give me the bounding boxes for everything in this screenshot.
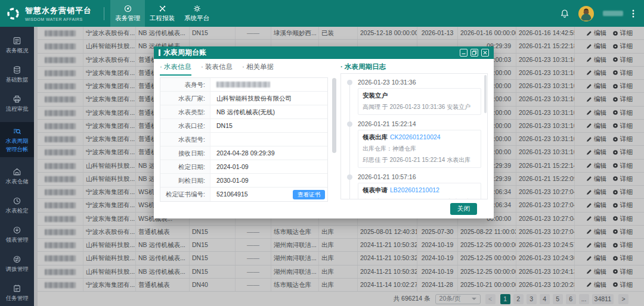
- modal-window-buttons: [460, 49, 489, 57]
- sidebar-item[interactable]: 水表仓储: [0, 166, 34, 186]
- form-label: 接收日期:: [160, 146, 210, 160]
- cycle-log-panel: · 水表周期日志 2026-01-23 10:31:36安装立户高闻理 于 20…: [340, 63, 488, 199]
- bell-icon[interactable]: [560, 9, 569, 18]
- sidebar-item[interactable]: 调拨管理: [0, 253, 34, 274]
- minimize-button[interactable]: [460, 49, 467, 57]
- database-icon: [13, 65, 21, 74]
- form-label: 表身号:: [160, 78, 210, 91]
- log-card-line: 邱思佳 于 2026-01-21 10:57:16 申请领表: [363, 198, 476, 199]
- sidebar-item-label: 水表检定: [6, 207, 29, 214]
- timeline-dot-icon: [347, 121, 352, 127]
- approval-icon: [13, 95, 21, 104]
- title-bar-accent: [159, 49, 160, 56]
- top-nav: 表务管理工程报装系统平台: [110, 0, 214, 27]
- log-action-name: 安装立户: [363, 92, 388, 99]
- header-right: [560, 6, 644, 21]
- report-icon: [13, 36, 21, 45]
- sidebar-item[interactable]: 基础数据: [0, 64, 34, 85]
- form-value: 2030-01-09: [210, 174, 327, 187]
- meter-icon: [124, 5, 132, 13]
- meter-cycle-modal: 水表周期台账 · 水表信息· 装表信息· 相关单据 表身号:水表厂家:山科智能科…: [154, 46, 494, 218]
- form-label: 水表类型:: [160, 105, 210, 118]
- form-value: [210, 78, 327, 91]
- sidebar-item[interactable]: 流程审批: [0, 93, 34, 114]
- form-value: NB 远传机械表(无线): [210, 105, 327, 118]
- form-value: 2024-04-28 09:29:39: [210, 146, 327, 160]
- verify-icon: [13, 196, 21, 205]
- close-button[interactable]: [481, 49, 489, 57]
- log-card-line: 邱思佳 于 2026-01-21 15:22:14 水表出库: [363, 156, 476, 164]
- sidebar-item-label: 任务管理: [6, 295, 29, 301]
- form-row: 水表厂家:山科智能科技股份有限公司: [160, 92, 327, 105]
- sidebar-item[interactable]: 领表管理: [0, 224, 34, 245]
- timeline-dot-icon: [347, 174, 352, 180]
- restore-button[interactable]: [470, 49, 478, 57]
- form-label: 水表型号:: [160, 133, 210, 146]
- sidebar-item-label: 调拨管理: [6, 266, 29, 272]
- form-label: 到检日期:: [160, 174, 210, 187]
- top-nav-item[interactable]: 表务管理: [110, 0, 145, 27]
- modal-body: · 水表信息· 装表信息· 相关单据 表身号:水表厂家:山科智能科技股份有限公司…: [154, 59, 494, 203]
- log-card: 领表出库CK202601210024出库仓库：神通仓库邱思佳 于 2026-01…: [358, 130, 481, 168]
- form-label: 检定证书编号:: [160, 188, 210, 201]
- top-header: 智慧水务营销平台 WISDOM WATER AFFAIRS 表务管理工程报装系统…: [0, 0, 644, 27]
- top-nav-item[interactable]: 系统平台: [179, 0, 214, 27]
- form-label: 检定日期:: [160, 160, 210, 173]
- form-value: 2024-01-09: [210, 160, 327, 173]
- sidebar: 表务概况基础数据流程审批水表周期管理台帐水表仓储水表检定领表管理调拨管理任务管理: [0, 27, 34, 306]
- log-document-link[interactable]: CK202601210024: [390, 133, 441, 140]
- form-value-text: 2030-01-09: [216, 177, 249, 184]
- form-value-text: DN15: [216, 122, 233, 129]
- form-row: 检定日期:2024-01-09: [160, 160, 327, 174]
- form-row: 表身号:: [160, 78, 327, 92]
- modal-header[interactable]: 水表周期台账: [154, 46, 494, 59]
- sidebar-item-label: 领表管理: [6, 236, 29, 243]
- meter-info-form: 表身号:水表厂家:山科智能科技股份有限公司水表类型:NB 远传机械表(无线)水表…: [160, 77, 328, 202]
- log-timeline: 2026-01-23 10:31:36安装立户高闻理 于 2026-01-23 …: [358, 79, 484, 199]
- transfer-icon: [13, 255, 21, 264]
- top-nav-label: 工程报装: [150, 14, 175, 23]
- form-scrollbar[interactable]: [332, 78, 336, 153]
- logo-title: 智慧水务营销平台: [25, 5, 92, 16]
- tools-icon: [159, 5, 166, 13]
- top-nav-label: 表务管理: [115, 14, 140, 23]
- sidebar-item[interactable]: 任务管理: [0, 282, 34, 303]
- more-menu-icon[interactable]: [632, 9, 634, 18]
- log-time: 2026-01-23 10:31:36: [358, 79, 484, 86]
- form-value-text: 山科智能科技股份有限公司: [216, 95, 292, 102]
- view-certificate-button[interactable]: 查看证书: [293, 190, 325, 199]
- form-value: 山科智能科技股份有限公司: [210, 92, 327, 105]
- sidebar-item-label: 基础数据: [6, 76, 29, 83]
- top-nav-item[interactable]: 工程报装: [145, 0, 179, 27]
- avatar[interactable]: [578, 6, 594, 21]
- modal-tab[interactable]: · 装表信息: [201, 63, 233, 76]
- close-icon: [482, 50, 488, 55]
- sidebar-item[interactable]: 水表检定: [0, 195, 34, 216]
- log-card-title: 安装立户: [363, 92, 476, 100]
- log-document-link[interactable]: LB202601210012: [390, 186, 439, 193]
- close-button[interactable]: 关闭: [450, 203, 477, 215]
- sidebar-item-label: 水表仓储: [6, 178, 29, 185]
- timeline-dot-icon: [347, 80, 352, 85]
- log-card-title: 领表申请LB202601210012: [363, 186, 476, 195]
- log-action-name: 领表出库: [363, 133, 388, 140]
- sidebar-item-label: 流程审批: [6, 105, 29, 112]
- sidebar-item[interactable]: 水表周期管理台帐: [0, 122, 34, 157]
- form-row: 到检日期:2030-01-09: [160, 174, 327, 188]
- form-value: 521064915查看证书: [210, 188, 327, 201]
- modal-tab[interactable]: · 水表信息: [160, 63, 191, 76]
- logo-subtitle: WISDOM WATER AFFAIRS: [25, 17, 92, 21]
- sidebar-item[interactable]: 表务概况: [0, 35, 34, 55]
- modal-tabs: · 水表信息· 装表信息· 相关单据: [160, 63, 328, 76]
- form-value-text: 521064915: [216, 191, 248, 198]
- log-scrollbar[interactable]: [484, 75, 487, 113]
- log-entry: 2026-01-21 10:57:16领表申请LB202601210012邱思佳…: [358, 173, 484, 199]
- platform-icon: [193, 5, 201, 13]
- form-row: 接收日期:2024-04-28 09:29:39: [160, 146, 327, 160]
- modal-tab[interactable]: · 相关单据: [242, 63, 274, 76]
- log-card: 领表申请LB202601210012邱思佳 于 2026-01-21 10:57…: [358, 183, 481, 199]
- log-card-title: 领表出库CK202601210024: [363, 133, 476, 142]
- redacted-username: [603, 11, 623, 16]
- form-value: [210, 133, 327, 146]
- logo-text: 智慧水务营销平台 WISDOM WATER AFFAIRS: [25, 5, 92, 21]
